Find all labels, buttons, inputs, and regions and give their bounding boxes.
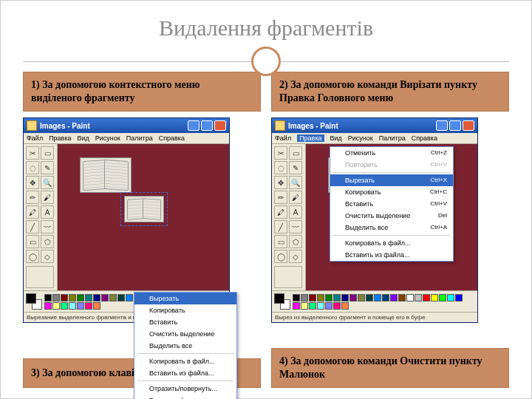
- tool-text[interactable]: A: [41, 205, 54, 219]
- fg-bg-colors[interactable]: [26, 293, 42, 310]
- context-menu-item[interactable]: Растянуть/наклонить...: [134, 395, 236, 399]
- color-swatch[interactable]: [117, 294, 125, 301]
- context-menu-item[interactable]: Вставить из файла...: [134, 367, 236, 379]
- tool-rect-select[interactable]: ▭: [41, 146, 54, 160]
- color-swatches[interactable]: [293, 294, 470, 310]
- fg-bg-colors[interactable]: [274, 293, 290, 310]
- color-swatch[interactable]: [101, 294, 109, 301]
- color-swatch[interactable]: [431, 294, 438, 301]
- color-swatch[interactable]: [85, 294, 92, 301]
- tool-line[interactable]: ╱: [26, 220, 39, 233]
- context-menu-item[interactable]: Очистить выделение: [134, 328, 236, 340]
- close-button[interactable]: [214, 120, 226, 131]
- edit-menu-item[interactable]: КопироватьCtrl+C: [330, 186, 453, 198]
- color-swatch[interactable]: [325, 294, 332, 301]
- context-menu-item[interactable]: Вырезать: [134, 293, 236, 304]
- tool-polygon[interactable]: ⬠: [41, 235, 54, 248]
- color-swatch[interactable]: [77, 294, 84, 301]
- color-swatch[interactable]: [77, 302, 84, 310]
- edit-menu-item[interactable]: Очистить выделениеDel: [330, 210, 453, 222]
- minimize-button[interactable]: [436, 120, 448, 131]
- menu-file[interactable]: Файл: [275, 134, 291, 142]
- menu-edit[interactable]: Правка: [297, 134, 324, 142]
- color-swatch[interactable]: [85, 302, 92, 310]
- tool-rect[interactable]: ▭: [26, 235, 39, 248]
- color-swatch[interactable]: [309, 294, 316, 301]
- edit-menu-item[interactable]: Выделить всеCtrl+A: [330, 222, 453, 233]
- tool-rect[interactable]: ▭: [274, 235, 287, 248]
- tool-rounded-rect[interactable]: ◇: [41, 250, 54, 263]
- menu-palette[interactable]: Палитра: [126, 134, 153, 142]
- tool-zoom[interactable]: 🔍: [289, 176, 302, 189]
- color-swatch[interactable]: [349, 294, 357, 301]
- color-swatch[interactable]: [293, 294, 300, 301]
- tool-curve[interactable]: 〰: [41, 220, 54, 233]
- color-swatch[interactable]: [44, 302, 52, 310]
- tool-zoom[interactable]: 🔍: [41, 176, 54, 189]
- context-menu-item[interactable]: Копировать: [134, 304, 236, 316]
- tool-brush[interactable]: 🖌: [289, 191, 302, 204]
- tool-rounded-rect[interactable]: ◇: [289, 250, 302, 263]
- color-swatch[interactable]: [44, 294, 52, 301]
- menu-image[interactable]: Рисунок: [95, 134, 120, 142]
- color-swatch[interactable]: [301, 302, 308, 310]
- color-swatch[interactable]: [93, 294, 100, 301]
- tool-freeform-select[interactable]: ✂: [274, 146, 287, 160]
- tool-rect-select[interactable]: ▭: [289, 146, 302, 160]
- color-swatch[interactable]: [61, 302, 68, 310]
- color-swatch[interactable]: [341, 302, 349, 310]
- tool-fill[interactable]: ✎: [289, 161, 302, 174]
- color-swatch[interactable]: [439, 294, 446, 301]
- color-swatch[interactable]: [455, 294, 463, 301]
- tool-pencil[interactable]: ✏: [274, 191, 287, 204]
- color-swatch[interactable]: [317, 294, 324, 301]
- menu-image[interactable]: Рисунок: [348, 134, 373, 142]
- edit-menu-item[interactable]: ОтменитьCtrl+Z: [330, 147, 453, 159]
- color-swatch[interactable]: [126, 294, 133, 301]
- tool-ellipse[interactable]: ◯: [274, 250, 287, 263]
- canvas[interactable]: [58, 144, 229, 290]
- tool-picker[interactable]: ✥: [274, 176, 287, 189]
- color-swatch[interactable]: [52, 302, 60, 310]
- color-swatch[interactable]: [109, 294, 117, 301]
- color-swatch[interactable]: [317, 302, 324, 310]
- menu-palette[interactable]: Палитра: [379, 134, 406, 142]
- color-swatch[interactable]: [52, 294, 60, 301]
- tool-fill[interactable]: ✎: [41, 161, 54, 174]
- color-swatch[interactable]: [382, 294, 389, 301]
- color-swatch[interactable]: [301, 294, 308, 301]
- color-swatch[interactable]: [447, 294, 454, 301]
- color-swatch[interactable]: [341, 294, 349, 301]
- menu-edit[interactable]: Правка: [49, 134, 71, 142]
- tool-text[interactable]: A: [289, 205, 302, 219]
- maximize-button[interactable]: [201, 120, 213, 131]
- edit-menu-item[interactable]: ВставитьCtrl+V: [330, 198, 453, 210]
- color-swatch[interactable]: [309, 302, 316, 310]
- selection-rect[interactable]: [120, 192, 168, 226]
- color-swatch[interactable]: [423, 294, 430, 301]
- tool-pencil[interactable]: ✏: [26, 191, 39, 204]
- tool-eraser[interactable]: ◌: [274, 161, 287, 174]
- color-swatch[interactable]: [293, 302, 300, 310]
- color-swatch[interactable]: [374, 294, 381, 301]
- color-swatch[interactable]: [325, 302, 332, 310]
- edit-menu-item[interactable]: Вставить из файла...: [330, 249, 453, 261]
- tool-polygon[interactable]: ⬠: [289, 235, 302, 248]
- tool-airbrush[interactable]: 🖍: [26, 205, 39, 219]
- color-swatch[interactable]: [333, 294, 341, 301]
- tool-line[interactable]: ╱: [274, 220, 287, 233]
- color-swatch[interactable]: [358, 294, 365, 301]
- tool-curve[interactable]: 〰: [289, 220, 302, 233]
- color-swatch[interactable]: [93, 302, 100, 310]
- tool-freeform-select[interactable]: ✂: [26, 146, 39, 160]
- context-menu-item[interactable]: Отразить/повернуть...: [134, 383, 236, 395]
- edit-menu-item[interactable]: Копировать в файл...: [330, 237, 453, 249]
- color-swatch[interactable]: [69, 294, 76, 301]
- color-swatch[interactable]: [406, 294, 414, 301]
- color-swatch[interactable]: [69, 302, 76, 310]
- context-menu-item[interactable]: Вставить: [134, 316, 236, 328]
- tool-ellipse[interactable]: ◯: [26, 250, 39, 263]
- tool-picker[interactable]: ✥: [26, 176, 39, 189]
- context-menu-item[interactable]: Выделить все: [134, 340, 236, 352]
- color-swatch[interactable]: [333, 302, 341, 310]
